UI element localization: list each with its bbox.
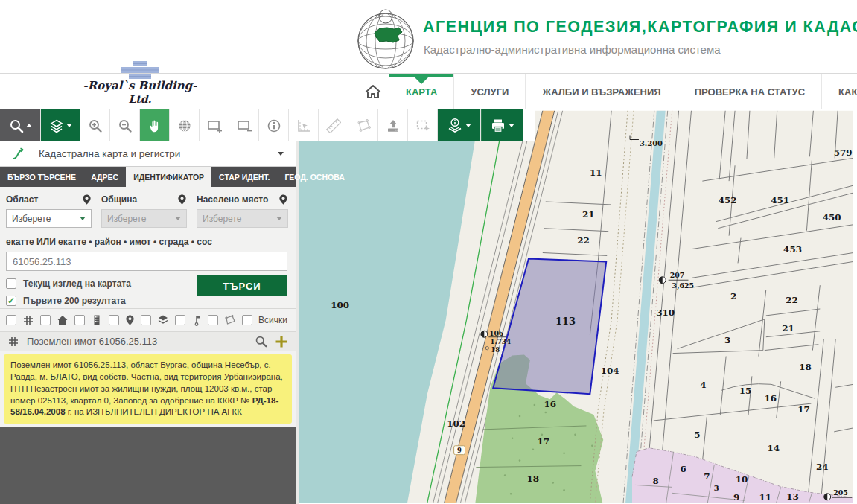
map-label-100: 100 (331, 300, 349, 310)
caret-up-icon (26, 124, 32, 127)
select-rectangle-button[interactable] (408, 109, 438, 141)
zoom-to-result-icon[interactable] (255, 335, 267, 348)
filter-point-checkbox[interactable] (109, 315, 119, 325)
info-tool-button[interactable] (259, 109, 289, 141)
scale-icon (296, 118, 311, 133)
zoom-out-button[interactable] (110, 109, 140, 141)
caret-down-icon (66, 124, 72, 127)
description-text-end: г. на ИЗПЪЛНИТЕЛЕН ДИРЕКТОР НА АГКК (66, 407, 242, 416)
filter-polygon-checkbox[interactable] (208, 315, 218, 325)
municipality-select[interactable]: Изберете (101, 209, 187, 228)
filter-geodetic-checkbox[interactable] (175, 315, 185, 325)
object-type-filters: Всички (0, 309, 296, 331)
zoom-rect-out-button[interactable] (229, 109, 259, 141)
layers-tool-button[interactable] (41, 109, 80, 141)
measure-area-button[interactable] (348, 109, 378, 141)
globe-button[interactable] (170, 109, 200, 141)
tab-karta[interactable]: КАРТА (389, 74, 453, 109)
tab-star-ident[interactable]: СТАР ИДЕНТ. (211, 167, 277, 187)
filter-layers-checkbox[interactable] (141, 315, 151, 325)
layers-icon (49, 118, 64, 133)
current-view-label: Текущ изглед на картата (23, 278, 131, 289)
svg-text:9: 9 (457, 447, 462, 454)
tab-adres[interactable]: АДРЕС (83, 167, 126, 187)
map-label-453: 453 (783, 244, 802, 255)
chevron-down-icon (276, 217, 282, 220)
identify-layers-button[interactable] (438, 109, 481, 141)
scale-tool-button[interactable] (289, 109, 319, 141)
settlement-select[interactable]: Изберете (197, 209, 288, 228)
polygon-icon (224, 314, 236, 326)
pan-hand-icon (147, 118, 162, 133)
caret-down-icon (509, 124, 514, 127)
identify-layers-icon (447, 118, 463, 134)
svg-text:205: 205 (833, 488, 848, 497)
tab-geod-osnova[interactable]: ГЕОД. ОСНОВА (277, 167, 351, 187)
add-result-icon[interactable] (275, 335, 288, 348)
map-layer-selector[interactable]: Кадастрална карта и регистри (0, 141, 296, 167)
result-header-row[interactable]: Поземлен имот 61056.25.113 (0, 331, 296, 351)
map-label-17: 17 (797, 404, 810, 415)
tab-identifikator[interactable]: ИДЕНТИФИКАТОР (126, 167, 211, 187)
result-description[interactable]: Поземлен имот 61056.25.113, област Бурга… (4, 354, 292, 424)
svg-text:106: 106 (489, 330, 503, 337)
print-button[interactable] (481, 109, 523, 141)
map-label-10: 10 (736, 474, 748, 485)
filter-house-checkbox[interactable] (40, 315, 51, 325)
map-label-310: 310 (656, 307, 675, 318)
location-pin-icon (177, 194, 187, 205)
measure-distance-button[interactable] (319, 109, 348, 141)
svg-text:3.200: 3.200 (640, 139, 663, 147)
layer-selector-value: Кадастрална карта и регистри (39, 148, 278, 159)
region-select[interactable]: Изберете (6, 209, 92, 228)
map-canvas[interactable]: 9 (296, 109, 853, 504)
agency-globe-logo (354, 6, 417, 70)
route-icon (12, 147, 28, 161)
home-icon (364, 83, 382, 100)
upload-button[interactable] (378, 109, 408, 141)
tab-barzo-tarsene[interactable]: БЪРЗО ТЪРСЕНЕ (0, 167, 83, 187)
map-label-104: 104 (601, 366, 619, 376)
map-label-11: 11 (590, 168, 602, 178)
ekatte-label: екатте ИЛИ екатте • район • имот • сград… (0, 228, 296, 247)
map-label-15: 15 (739, 386, 752, 396)
building-icon (91, 314, 103, 326)
zoom-rect-in-button[interactable] (200, 109, 229, 141)
filter-all-checkbox[interactable] (242, 315, 252, 325)
tab-uslugi[interactable]: УСЛУГИ (453, 74, 525, 109)
location-pin-icon (278, 194, 288, 205)
map-label-8: 8 (653, 476, 659, 486)
map-label-16g: 16 (544, 399, 556, 409)
map-label-452: 452 (719, 195, 737, 205)
zoom-rect-in-icon (206, 118, 223, 133)
ruler-icon (326, 118, 341, 133)
svg-text:3,625: 3,625 (672, 281, 695, 290)
chevron-down-icon (80, 217, 86, 220)
chevron-down-icon (278, 152, 284, 156)
tab-kak-da[interactable]: КАК ДА... (821, 74, 857, 109)
map-label-6: 6 (680, 464, 686, 474)
tab-proverka[interactable]: ПРОВЕРКА НА СТАТУС (678, 74, 821, 109)
svg-text:18: 18 (491, 346, 500, 354)
identifier-input[interactable] (6, 252, 287, 271)
first200-checkbox[interactable] (6, 296, 16, 306)
zoom-rect-out-icon (236, 118, 252, 133)
tab-zhalbi[interactable]: ЖАЛБИ И ВЪЗРАЖЕНИЯ (525, 74, 677, 109)
map-label-21w: 21 (582, 209, 595, 220)
zoom-in-button[interactable] (80, 109, 110, 141)
search-sidebar: Кадастрална карта и регистри БЪРЗО ТЪРСЕ… (0, 141, 296, 504)
pan-tool-button[interactable] (140, 109, 170, 141)
road-number-shield: 9 (454, 446, 465, 455)
current-view-checkbox[interactable] (6, 278, 16, 289)
map-label-17g: 17 (538, 436, 550, 447)
settlement-label: Населено място (197, 194, 268, 205)
map-label-18: 18 (799, 362, 812, 372)
search-submit-button[interactable]: ТЪРСИ (197, 275, 287, 296)
home-button[interactable] (357, 74, 389, 109)
search-tool-button[interactable] (0, 109, 41, 141)
filter-building-checkbox[interactable] (74, 315, 85, 325)
map-label-450: 450 (823, 212, 841, 223)
search-tabs: БЪРЗО ТЪРСЕНЕ АДРЕС ИДЕНТИФИКАТОР СТАР И… (0, 167, 296, 187)
map-label-16: 16 (764, 393, 777, 403)
filter-parcel-checkbox[interactable] (6, 315, 16, 325)
